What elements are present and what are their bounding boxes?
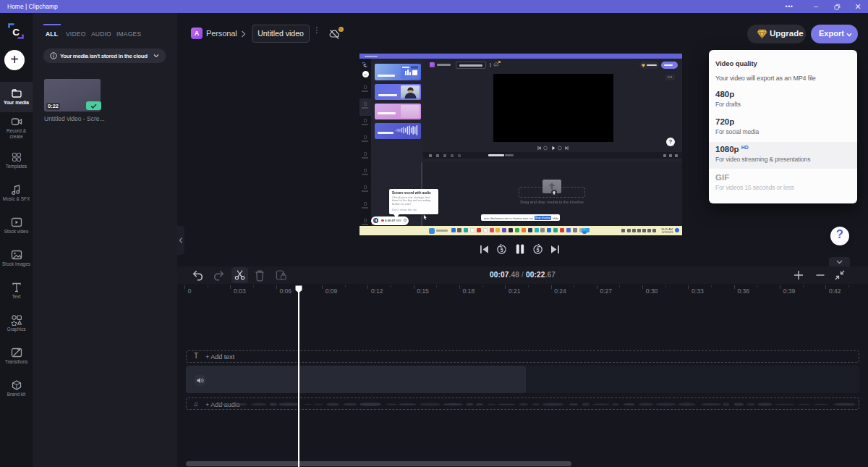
svg-text:5: 5: [501, 248, 503, 253]
svg-text:5: 5: [536, 248, 539, 253]
svg-text:C: C: [364, 63, 367, 67]
svg-text:C: C: [12, 27, 20, 38]
